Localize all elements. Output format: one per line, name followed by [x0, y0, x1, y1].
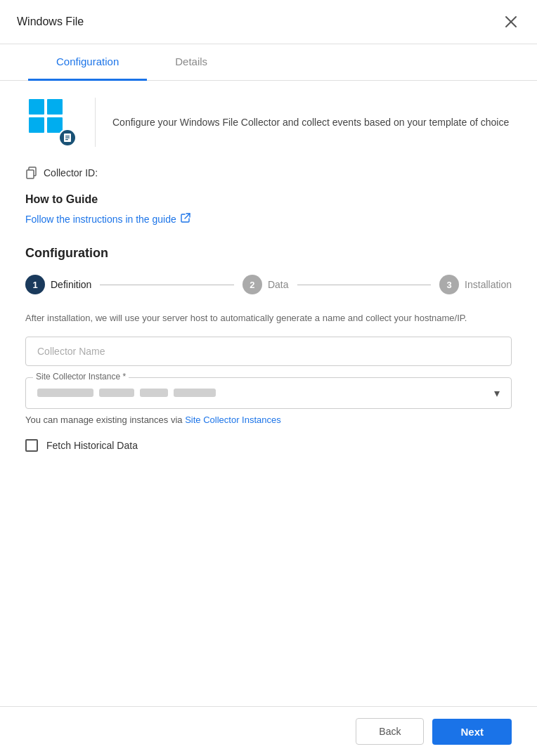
close-button[interactable] [502, 13, 520, 31]
intro-description: Configure your Windows File Collector an… [112, 115, 509, 130]
svg-line-12 [185, 214, 190, 219]
svg-rect-11 [27, 170, 34, 178]
tab-bar: Configuration Details [0, 44, 537, 81]
step-1-label: Definition [51, 279, 91, 290]
manage-instances-text: You can manage existing instances via Si… [25, 415, 512, 425]
icon-area [25, 98, 96, 147]
svg-rect-7 [65, 136, 70, 136]
step-connector-2 [297, 285, 432, 285]
external-link-icon [181, 213, 190, 225]
collector-id-label: Collector ID: [44, 167, 98, 178]
windows-logo-icon [27, 98, 64, 134]
tab-details[interactable]: Details [147, 44, 235, 81]
fetch-historical-checkbox[interactable] [25, 439, 38, 452]
svg-rect-8 [65, 138, 70, 138]
stepper: 1 Definition 2 Data 3 Installation [25, 275, 512, 294]
placeholder-block-1 [37, 389, 93, 397]
windows-file-icon [27, 98, 77, 147]
footer: Back Next [0, 706, 537, 756]
select-placeholder-blocks [37, 389, 216, 397]
collector-name-input[interactable] [25, 337, 512, 366]
configuration-heading: Configuration [25, 246, 512, 261]
svg-rect-9 [65, 139, 68, 140]
placeholder-block-2 [99, 389, 134, 397]
fetch-historical-label: Fetch Historical Data [46, 440, 138, 451]
site-collector-select[interactable]: ▾ [26, 378, 511, 408]
svg-rect-2 [29, 99, 44, 115]
tab-configuration[interactable]: Configuration [28, 44, 147, 81]
placeholder-block-3 [140, 389, 168, 397]
next-button[interactable]: Next [432, 719, 512, 745]
step-3-circle: 3 [439, 275, 459, 294]
svg-rect-4 [29, 117, 44, 133]
step-2-circle: 2 [242, 275, 262, 294]
step-installation: 3 Installation [439, 275, 512, 294]
guide-link[interactable]: Follow the instructions in the guide [25, 213, 512, 225]
step-1-circle: 1 [25, 275, 45, 294]
doc-badge-icon [58, 129, 77, 147]
fetch-historical-row: Fetch Historical Data [25, 439, 512, 452]
step-connector-1 [100, 285, 234, 285]
back-button[interactable]: Back [356, 718, 424, 745]
site-collector-select-group: Site Collector Instance * ▾ [25, 377, 512, 409]
main-content: Configure your Windows File Collector an… [0, 81, 537, 483]
step-data: 2 Data [242, 275, 289, 294]
svg-rect-3 [47, 99, 63, 115]
step-2-label: Data [268, 279, 289, 290]
site-collector-label: Site Collector Instance * [33, 372, 129, 382]
svg-rect-5 [47, 117, 63, 133]
how-to-guide-heading: How to Guide [25, 193, 512, 206]
step-definition: 1 Definition [25, 275, 91, 294]
window-title: Windows File [17, 15, 84, 28]
config-description: After installation, we will use your ser… [25, 311, 512, 325]
site-collector-instances-link[interactable]: Site Collector Instances [185, 415, 281, 425]
chevron-down-icon: ▾ [494, 386, 500, 400]
step-3-label: Installation [465, 279, 512, 290]
collector-id-row: Collector ID: [25, 167, 512, 179]
placeholder-block-4 [174, 389, 216, 397]
copy-icon [25, 167, 38, 179]
intro-row: Configure your Windows File Collector an… [25, 98, 512, 147]
